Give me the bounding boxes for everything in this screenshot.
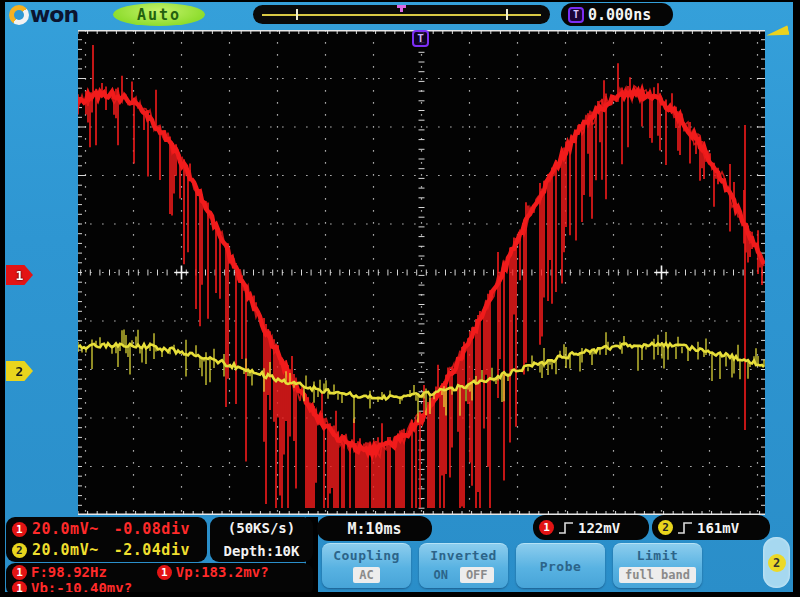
ch2-badge: 2 <box>658 520 673 535</box>
measurement-frequency: F:98.92Hz <box>31 564 107 580</box>
rising-edge-icon <box>677 521 693 535</box>
brand-logo-o-icon <box>9 5 29 25</box>
oscilloscope-screen: won Auto T 0.000ns T 1 2 1 20.0mV~ -0.08… <box>0 0 800 597</box>
bezel-edge-top <box>0 0 800 2</box>
trigger-icon: T <box>568 7 584 23</box>
inverted-off-option[interactable]: OFF <box>460 567 494 583</box>
bezel-edge-left <box>0 0 5 597</box>
menu-button-inverted[interactable]: Inverted ON OFF <box>419 543 508 588</box>
menu-label: Limit <box>637 548 679 563</box>
ch2-position: -2.04div <box>114 541 190 559</box>
waveform-display: T <box>78 30 765 515</box>
rising-edge-icon <box>558 521 574 535</box>
sample-rate: (50KS/s) <box>228 520 295 536</box>
menu-button-coupling[interactable]: Coupling AC <box>322 543 411 588</box>
ch2-badge: 2 <box>12 543 27 558</box>
ch2-position-marker: 2 <box>6 361 33 381</box>
active-channel-badge: 2 <box>768 554 786 572</box>
ch2-trigger-level: 161mV <box>697 520 739 536</box>
memory-depth: Depth:10K <box>224 543 300 559</box>
bezel-edge-right <box>793 0 800 597</box>
trigger-position-marker-icon <box>397 5 406 12</box>
brand-logo: won <box>9 2 78 28</box>
ch2-scale: 20.0mV~ <box>32 541 99 559</box>
menu-label: Inverted <box>430 548 497 563</box>
ch1-scale: 20.0mV~ <box>32 520 99 538</box>
ch2-info-row: 2 20.0mV~ -2.04div <box>12 541 201 559</box>
record-window-line <box>262 14 541 16</box>
ch1-info-row: 1 20.0mV~ -0.08div <box>12 520 201 538</box>
acquire-mode-badge: Auto <box>113 3 205 26</box>
ch1-position-marker: 1 <box>6 265 33 285</box>
window-bracket-right <box>506 9 508 20</box>
menu-label: Probe <box>540 559 582 574</box>
trigger-position-bar <box>253 5 550 24</box>
ch1-trigger-level: 122mV <box>578 520 620 536</box>
ch1-badge: 1 <box>539 520 554 535</box>
limit-value[interactable]: full band <box>619 567 696 583</box>
ch1-badge: 1 <box>12 565 27 580</box>
ch1-badge: 1 <box>157 565 172 580</box>
soft-menu: Coupling AC Inverted ON OFF Probe Limit … <box>322 543 702 588</box>
trigger-time-readout: T 0.000ns <box>561 3 673 26</box>
brand-logo-text: won <box>30 5 78 25</box>
timebase-readout: M:10ms <box>317 516 432 541</box>
ch1-noise-spikes <box>78 45 762 508</box>
trigger-time-value: 0.000ns <box>588 6 651 24</box>
window-bracket-left <box>296 9 298 20</box>
ch2-trigger-level-clamp-icon <box>765 24 790 42</box>
ch1-trigger-level-readout: 1 122mV <box>533 515 649 540</box>
channel-info-box: 1 20.0mV~ -0.08div 2 20.0mV~ -2.04div <box>6 517 207 562</box>
graticule-and-waveforms <box>78 30 765 515</box>
trigger-horizontal-marker-icon: T <box>412 30 429 47</box>
menu-button-probe[interactable]: Probe <box>516 543 605 588</box>
measurement-row: 1 F:98.92Hz 1 Vp:183.2mv? <box>12 564 307 580</box>
menu-button-limit[interactable]: Limit full band <box>613 543 702 588</box>
measurement-vp: Vp:183.2mv? <box>176 564 269 580</box>
ch1-position: -0.08div <box>114 520 190 538</box>
menu-label: Coupling <box>333 548 400 563</box>
inverted-on-option[interactable]: ON <box>433 568 447 582</box>
acquisition-info-box: (50KS/s) Depth:10K <box>210 517 313 562</box>
ch2-trigger-level-readout: 2 161mV <box>652 515 770 540</box>
ch1-badge: 1 <box>12 522 27 537</box>
active-channel-tab[interactable]: 2 <box>763 537 790 588</box>
bezel-edge-bottom <box>0 592 800 597</box>
coupling-value[interactable]: AC <box>353 567 379 583</box>
